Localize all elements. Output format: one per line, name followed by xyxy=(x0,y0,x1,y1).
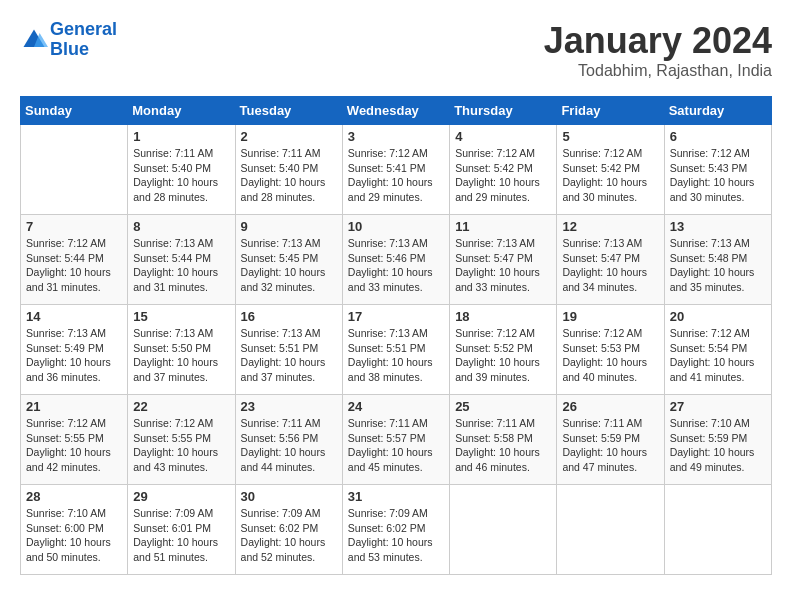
calendar-cell xyxy=(557,485,664,575)
daylight-text: Daylight: 10 hours and 49 minutes. xyxy=(670,445,766,474)
calendar-cell: 15 Sunrise: 7:13 AM Sunset: 5:50 PM Dayl… xyxy=(128,305,235,395)
cell-info: Sunrise: 7:13 AM Sunset: 5:45 PM Dayligh… xyxy=(241,236,337,295)
cell-info: Sunrise: 7:09 AM Sunset: 6:02 PM Dayligh… xyxy=(241,506,337,565)
week-row-4: 21 Sunrise: 7:12 AM Sunset: 5:55 PM Dayl… xyxy=(21,395,772,485)
calendar-cell: 31 Sunrise: 7:09 AM Sunset: 6:02 PM Dayl… xyxy=(342,485,449,575)
day-number: 31 xyxy=(348,489,444,504)
day-number: 23 xyxy=(241,399,337,414)
sunrise-text: Sunrise: 7:12 AM xyxy=(26,416,122,431)
day-number: 15 xyxy=(133,309,229,324)
calendar-cell xyxy=(21,125,128,215)
location: Todabhim, Rajasthan, India xyxy=(544,62,772,80)
sunrise-text: Sunrise: 7:12 AM xyxy=(455,326,551,341)
sunrise-text: Sunrise: 7:13 AM xyxy=(133,326,229,341)
col-header-saturday: Saturday xyxy=(664,97,771,125)
calendar-table: SundayMondayTuesdayWednesdayThursdayFrid… xyxy=(20,96,772,575)
sunrise-text: Sunrise: 7:09 AM xyxy=(133,506,229,521)
cell-info: Sunrise: 7:12 AM Sunset: 5:54 PM Dayligh… xyxy=(670,326,766,385)
day-number: 9 xyxy=(241,219,337,234)
calendar-cell: 2 Sunrise: 7:11 AM Sunset: 5:40 PM Dayli… xyxy=(235,125,342,215)
sunset-text: Sunset: 6:01 PM xyxy=(133,521,229,536)
daylight-text: Daylight: 10 hours and 42 minutes. xyxy=(26,445,122,474)
sunrise-text: Sunrise: 7:12 AM xyxy=(670,146,766,161)
day-number: 19 xyxy=(562,309,658,324)
day-number: 13 xyxy=(670,219,766,234)
sunset-text: Sunset: 5:53 PM xyxy=(562,341,658,356)
cell-info: Sunrise: 7:11 AM Sunset: 5:58 PM Dayligh… xyxy=(455,416,551,475)
day-number: 26 xyxy=(562,399,658,414)
cell-info: Sunrise: 7:11 AM Sunset: 5:59 PM Dayligh… xyxy=(562,416,658,475)
logo: General Blue xyxy=(20,20,117,60)
sunrise-text: Sunrise: 7:12 AM xyxy=(26,236,122,251)
calendar-cell: 28 Sunrise: 7:10 AM Sunset: 6:00 PM Dayl… xyxy=(21,485,128,575)
sunrise-text: Sunrise: 7:13 AM xyxy=(133,236,229,251)
calendar-cell: 19 Sunrise: 7:12 AM Sunset: 5:53 PM Dayl… xyxy=(557,305,664,395)
calendar-cell: 18 Sunrise: 7:12 AM Sunset: 5:52 PM Dayl… xyxy=(450,305,557,395)
sunrise-text: Sunrise: 7:12 AM xyxy=(562,326,658,341)
sunrise-text: Sunrise: 7:12 AM xyxy=(670,326,766,341)
cell-info: Sunrise: 7:11 AM Sunset: 5:57 PM Dayligh… xyxy=(348,416,444,475)
daylight-text: Daylight: 10 hours and 37 minutes. xyxy=(241,355,337,384)
sunset-text: Sunset: 5:47 PM xyxy=(562,251,658,266)
cell-info: Sunrise: 7:12 AM Sunset: 5:42 PM Dayligh… xyxy=(562,146,658,205)
cell-info: Sunrise: 7:13 AM Sunset: 5:44 PM Dayligh… xyxy=(133,236,229,295)
cell-info: Sunrise: 7:09 AM Sunset: 6:02 PM Dayligh… xyxy=(348,506,444,565)
cell-info: Sunrise: 7:13 AM Sunset: 5:47 PM Dayligh… xyxy=(562,236,658,295)
calendar-cell: 14 Sunrise: 7:13 AM Sunset: 5:49 PM Dayl… xyxy=(21,305,128,395)
sunset-text: Sunset: 5:44 PM xyxy=(26,251,122,266)
sunset-text: Sunset: 6:02 PM xyxy=(241,521,337,536)
sunrise-text: Sunrise: 7:13 AM xyxy=(455,236,551,251)
daylight-text: Daylight: 10 hours and 28 minutes. xyxy=(133,175,229,204)
sunrise-text: Sunrise: 7:13 AM xyxy=(348,326,444,341)
logo-text: General Blue xyxy=(50,20,117,60)
daylight-text: Daylight: 10 hours and 47 minutes. xyxy=(562,445,658,474)
daylight-text: Daylight: 10 hours and 50 minutes. xyxy=(26,535,122,564)
sunrise-text: Sunrise: 7:13 AM xyxy=(241,236,337,251)
sunrise-text: Sunrise: 7:12 AM xyxy=(455,146,551,161)
day-number: 24 xyxy=(348,399,444,414)
day-number: 28 xyxy=(26,489,122,504)
day-number: 21 xyxy=(26,399,122,414)
daylight-text: Daylight: 10 hours and 51 minutes. xyxy=(133,535,229,564)
logo-icon xyxy=(20,26,48,54)
cell-info: Sunrise: 7:10 AM Sunset: 5:59 PM Dayligh… xyxy=(670,416,766,475)
day-number: 16 xyxy=(241,309,337,324)
day-number: 10 xyxy=(348,219,444,234)
calendar-cell: 21 Sunrise: 7:12 AM Sunset: 5:55 PM Dayl… xyxy=(21,395,128,485)
day-number: 30 xyxy=(241,489,337,504)
calendar-cell: 8 Sunrise: 7:13 AM Sunset: 5:44 PM Dayli… xyxy=(128,215,235,305)
sunset-text: Sunset: 5:46 PM xyxy=(348,251,444,266)
day-number: 1 xyxy=(133,129,229,144)
cell-info: Sunrise: 7:13 AM Sunset: 5:48 PM Dayligh… xyxy=(670,236,766,295)
day-number: 3 xyxy=(348,129,444,144)
calendar-cell: 12 Sunrise: 7:13 AM Sunset: 5:47 PM Dayl… xyxy=(557,215,664,305)
calendar-cell: 13 Sunrise: 7:13 AM Sunset: 5:48 PM Dayl… xyxy=(664,215,771,305)
daylight-text: Daylight: 10 hours and 44 minutes. xyxy=(241,445,337,474)
daylight-text: Daylight: 10 hours and 28 minutes. xyxy=(241,175,337,204)
week-row-1: 1 Sunrise: 7:11 AM Sunset: 5:40 PM Dayli… xyxy=(21,125,772,215)
daylight-text: Daylight: 10 hours and 45 minutes. xyxy=(348,445,444,474)
daylight-text: Daylight: 10 hours and 37 minutes. xyxy=(133,355,229,384)
sunset-text: Sunset: 5:48 PM xyxy=(670,251,766,266)
title-block: January 2024 Todabhim, Rajasthan, India xyxy=(544,20,772,80)
sunrise-text: Sunrise: 7:12 AM xyxy=(562,146,658,161)
daylight-text: Daylight: 10 hours and 40 minutes. xyxy=(562,355,658,384)
daylight-text: Daylight: 10 hours and 31 minutes. xyxy=(26,265,122,294)
sunset-text: Sunset: 5:43 PM xyxy=(670,161,766,176)
col-header-thursday: Thursday xyxy=(450,97,557,125)
sunset-text: Sunset: 5:52 PM xyxy=(455,341,551,356)
sunset-text: Sunset: 5:50 PM xyxy=(133,341,229,356)
daylight-text: Daylight: 10 hours and 52 minutes. xyxy=(241,535,337,564)
sunset-text: Sunset: 5:59 PM xyxy=(562,431,658,446)
sunrise-text: Sunrise: 7:13 AM xyxy=(670,236,766,251)
page-header: General Blue January 2024 Todabhim, Raja… xyxy=(20,20,772,80)
month-title: January 2024 xyxy=(544,20,772,62)
calendar-cell: 1 Sunrise: 7:11 AM Sunset: 5:40 PM Dayli… xyxy=(128,125,235,215)
cell-info: Sunrise: 7:11 AM Sunset: 5:56 PM Dayligh… xyxy=(241,416,337,475)
daylight-text: Daylight: 10 hours and 30 minutes. xyxy=(562,175,658,204)
sunset-text: Sunset: 6:00 PM xyxy=(26,521,122,536)
cell-info: Sunrise: 7:12 AM Sunset: 5:41 PM Dayligh… xyxy=(348,146,444,205)
daylight-text: Daylight: 10 hours and 33 minutes. xyxy=(348,265,444,294)
calendar-cell xyxy=(450,485,557,575)
sunrise-text: Sunrise: 7:10 AM xyxy=(26,506,122,521)
